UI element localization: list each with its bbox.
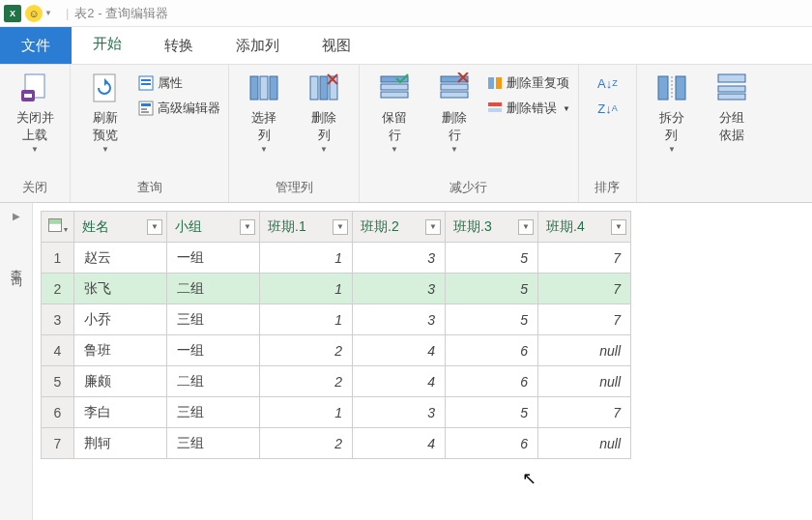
cell[interactable]: 3 <box>353 304 446 335</box>
properties-button[interactable]: 属性 <box>138 72 220 94</box>
data-grid[interactable]: ▾姓名▼小组▼班期.1▼班期.2▼班期.3▼班期.4▼1赵云一组13572张飞二… <box>33 203 812 520</box>
row-number[interactable]: 4 <box>42 335 74 366</box>
group-reduce-rows-label: 减少行 <box>367 175 570 202</box>
group-sort-label: 排序 <box>587 175 628 202</box>
row-number[interactable]: 5 <box>42 366 74 397</box>
filter-dropdown-icon[interactable]: ▼ <box>611 219 626 235</box>
smiley-icon[interactable]: ☺ <box>25 5 43 22</box>
advanced-editor-button[interactable]: 高级编辑器 <box>138 98 220 119</box>
column-header[interactable]: 班期.2▼ <box>353 212 446 243</box>
cell[interactable]: 7 <box>538 274 631 304</box>
cell[interactable]: 6 <box>446 366 538 397</box>
cell[interactable]: 荆轲 <box>74 428 167 459</box>
table-row[interactable]: 5廉颇二组246null <box>42 366 631 397</box>
cell[interactable]: 1 <box>260 243 353 274</box>
remove-errors-button[interactable]: 删除错误 ▼ <box>487 98 570 119</box>
table-row[interactable]: 4鲁班一组246null <box>42 335 631 366</box>
qat-dropdown-icon[interactable]: ▼ <box>44 9 52 17</box>
filter-dropdown-icon[interactable]: ▼ <box>240 219 255 235</box>
remove-duplicates-button[interactable]: 删除重复项 <box>487 72 570 94</box>
tab-file[interactable]: 文件 <box>0 27 72 64</box>
cell[interactable]: 一组 <box>167 243 260 274</box>
expand-pane-icon[interactable]: ▶ <box>13 211 20 221</box>
cell[interactable]: 2 <box>260 428 353 459</box>
cell[interactable]: 7 <box>538 304 631 335</box>
tab-transform[interactable]: 转换 <box>143 27 215 64</box>
cell[interactable]: 4 <box>353 428 446 459</box>
row-number[interactable]: 7 <box>42 428 74 459</box>
table-row[interactable]: 1赵云一组1357 <box>42 243 631 274</box>
keep-rows-button[interactable]: 保留 行 ▼ <box>367 69 421 156</box>
cell[interactable]: 三组 <box>167 428 260 459</box>
cell[interactable]: 2 <box>260 335 353 366</box>
cell[interactable]: 6 <box>446 335 538 366</box>
filter-dropdown-icon[interactable]: ▼ <box>333 219 348 235</box>
cell[interactable]: 张飞 <box>74 274 167 304</box>
cell[interactable]: 2 <box>260 366 353 397</box>
table-icon-cell[interactable]: ▾ <box>42 212 74 243</box>
close-and-load-button[interactable]: 关闭并 上载 ▼ <box>8 69 62 156</box>
cell[interactable]: null <box>538 335 631 366</box>
table-row[interactable]: 2张飞二组1357 <box>42 274 631 304</box>
svg-rect-27 <box>488 77 494 89</box>
queries-pane-collapsed[interactable]: ▶ 查询 <box>0 203 33 520</box>
cell[interactable]: null <box>538 428 631 459</box>
column-header[interactable]: 小组▼ <box>167 212 260 243</box>
table-row[interactable]: 7荆轲三组246null <box>42 428 631 459</box>
table-row[interactable]: 3小乔三组1357 <box>42 304 631 335</box>
cell[interactable]: 廉颇 <box>74 366 167 397</box>
filter-dropdown-icon[interactable]: ▼ <box>425 219 441 235</box>
cell[interactable]: 5 <box>446 274 538 304</box>
remove-errors-label: 删除错误 <box>507 100 557 117</box>
column-header[interactable]: 姓名▼ <box>74 212 167 243</box>
filter-dropdown-icon[interactable]: ▼ <box>518 219 534 235</box>
cell[interactable]: 赵云 <box>74 243 167 274</box>
cell[interactable]: 小乔 <box>74 304 167 335</box>
tab-home[interactable]: 开始 <box>72 27 143 64</box>
cell[interactable]: 二组 <box>167 274 260 304</box>
cell[interactable]: 1 <box>260 274 353 304</box>
row-number[interactable]: 1 <box>42 243 74 274</box>
cell[interactable]: 4 <box>353 366 446 397</box>
row-number[interactable]: 6 <box>42 397 74 428</box>
cell[interactable]: 1 <box>260 304 353 335</box>
cell[interactable]: 7 <box>538 397 631 428</box>
split-column-button[interactable]: 拆分 列 ▼ <box>645 69 699 156</box>
group-by-button[interactable]: 分组 依据 <box>705 69 759 144</box>
remove-columns-button[interactable]: 删除 列 ▼ <box>297 69 351 156</box>
cell[interactable]: null <box>538 366 631 397</box>
cell[interactable]: 李白 <box>74 397 167 428</box>
row-number[interactable]: 3 <box>42 304 74 335</box>
filter-dropdown-icon[interactable]: ▼ <box>147 219 162 235</box>
choose-columns-button[interactable]: 选择 列 ▼ <box>237 69 291 156</box>
cell[interactable]: 6 <box>446 428 538 459</box>
cell[interactable]: 4 <box>353 335 446 366</box>
refresh-preview-button[interactable]: 刷新 预览 ▼ <box>78 69 132 156</box>
cell[interactable]: 一组 <box>167 335 260 366</box>
cell[interactable]: 5 <box>446 243 538 274</box>
column-header[interactable]: 班期.1▼ <box>260 212 353 243</box>
cell[interactable]: 三组 <box>167 397 260 428</box>
sort-asc-button[interactable]: A↓Z <box>587 72 628 94</box>
group-sort: A↓Z Z↓A 排序 <box>579 65 637 202</box>
chevron-down-icon: ▼ <box>102 144 109 155</box>
table-row[interactable]: 6李白三组1357 <box>42 397 631 428</box>
cell[interactable]: 1 <box>260 397 353 428</box>
tab-view[interactable]: 视图 <box>301 27 372 64</box>
cell[interactable]: 5 <box>446 397 538 428</box>
column-header[interactable]: 班期.4▼ <box>538 212 631 243</box>
remove-rows-button[interactable]: 删除 行 ▼ <box>427 69 481 156</box>
cell[interactable]: 二组 <box>167 366 260 397</box>
cell[interactable]: 3 <box>353 243 446 274</box>
cell[interactable]: 7 <box>538 243 631 274</box>
cell[interactable]: 3 <box>353 274 446 304</box>
sort-desc-button[interactable]: Z↓A <box>587 98 628 119</box>
cell[interactable]: 5 <box>446 304 538 335</box>
tab-addcolumn[interactable]: 添加列 <box>215 27 301 64</box>
keep-rows-icon <box>379 72 410 103</box>
column-header[interactable]: 班期.3▼ <box>446 212 538 243</box>
cell[interactable]: 鲁班 <box>74 335 167 366</box>
row-number[interactable]: 2 <box>42 274 74 304</box>
cell[interactable]: 3 <box>353 397 446 428</box>
cell[interactable]: 三组 <box>167 304 260 335</box>
